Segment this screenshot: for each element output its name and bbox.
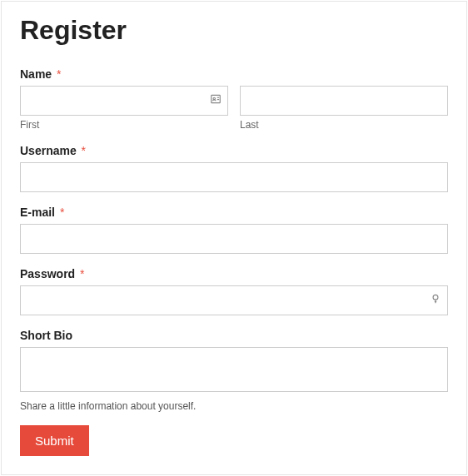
- password-label-text: Password: [20, 267, 75, 280]
- first-name-sublabel: First: [20, 119, 228, 131]
- page-title: Register: [20, 15, 448, 46]
- name-field: Name * First: [20, 67, 448, 131]
- email-label: E-mail *: [20, 206, 448, 219]
- username-label-text: Username: [20, 144, 77, 157]
- required-asterisk: *: [80, 267, 84, 280]
- password-label: Password *: [20, 267, 448, 280]
- required-asterisk: *: [60, 206, 64, 219]
- name-label-text: Name: [20, 67, 52, 81]
- bio-field: Short Bio Share a little information abo…: [20, 329, 448, 412]
- username-field: Username *: [20, 144, 448, 192]
- last-name-sublabel: Last: [240, 119, 448, 131]
- register-form-card: Register Name *: [1, 1, 467, 475]
- username-input[interactable]: [20, 162, 448, 192]
- required-asterisk: *: [82, 144, 86, 157]
- name-label: Name *: [20, 67, 448, 81]
- email-label-text: E-mail: [20, 206, 55, 219]
- bio-helper-text: Share a little information about yoursel…: [20, 400, 448, 412]
- first-name-input[interactable]: [20, 86, 228, 116]
- required-asterisk: *: [57, 67, 61, 81]
- submit-button[interactable]: Submit: [20, 425, 89, 456]
- password-input[interactable]: [20, 285, 448, 315]
- email-field: E-mail *: [20, 206, 448, 254]
- username-label: Username *: [20, 144, 448, 157]
- bio-textarea[interactable]: [20, 347, 448, 392]
- password-field: Password *: [20, 267, 448, 315]
- bio-label: Short Bio: [20, 329, 448, 342]
- last-name-input[interactable]: [240, 86, 448, 116]
- email-input[interactable]: [20, 224, 448, 254]
